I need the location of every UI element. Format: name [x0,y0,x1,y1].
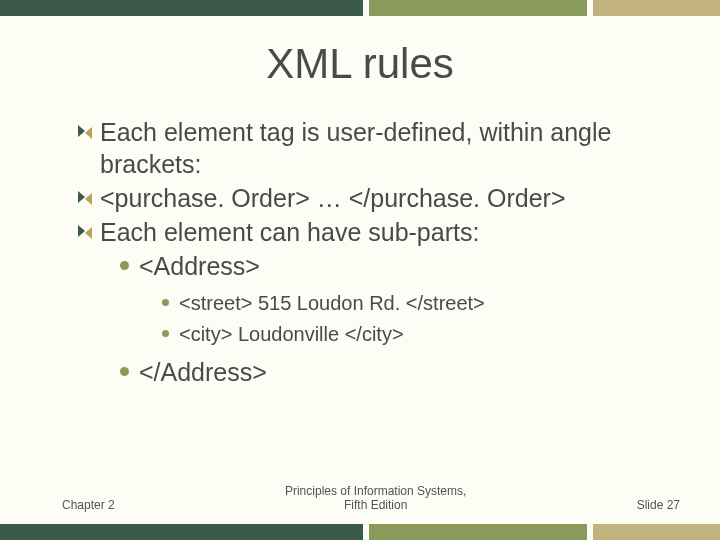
triangle-bullet-icon [78,125,92,139]
top-accent-bar [0,0,720,16]
footer-chapter: Chapter 2 [62,498,115,512]
sub-bullet-text: <Address> [139,250,260,282]
bullet-item: Each element can have sub-parts: [78,216,670,248]
dot-bullet-icon [162,299,169,306]
sub-sub-bullet-text: <street> 515 Loudon Rd. </street> [179,290,485,317]
sub-sub-list: <street> 515 Loudon Rd. </street> <city>… [162,290,670,348]
sub-bullet-item: </Address> [120,356,670,388]
bottom-accent-bar [0,524,720,540]
triangle-bullet-icon [78,225,92,239]
bullet-text: Each element can have sub-parts: [100,216,479,248]
dot-bullet-icon [120,261,129,270]
dot-bullet-icon [120,367,129,376]
triangle-bullet-icon [78,191,92,205]
slide-footer: Chapter 2 Principles of Information Syst… [0,484,720,540]
bullet-text: <purchase. Order> … </purchase. Order> [100,182,566,214]
bullet-item: <purchase. Order> … </purchase. Order> [78,182,670,214]
slide-title: XML rules [0,40,720,88]
sub-list: <Address> <street> 515 Loudon Rd. </stre… [120,250,670,388]
footer-slide-number: Slide 27 [637,498,680,512]
bullet-text: Each element tag is user-defined, within… [100,116,670,180]
sub-bullet-item: <Address> [120,250,670,282]
sub-bullet-text: </Address> [139,356,267,388]
bullet-item: Each element tag is user-defined, within… [78,116,670,180]
dot-bullet-icon [162,330,169,337]
footer-book-title: Principles of Information Systems, Fifth… [115,484,637,512]
sub-sub-bullet-item: <street> 515 Loudon Rd. </street> [162,290,670,317]
sub-sub-bullet-item: <city> Loudonville </city> [162,321,670,348]
slide-body: Each element tag is user-defined, within… [78,116,670,388]
sub-sub-bullet-text: <city> Loudonville </city> [179,321,404,348]
